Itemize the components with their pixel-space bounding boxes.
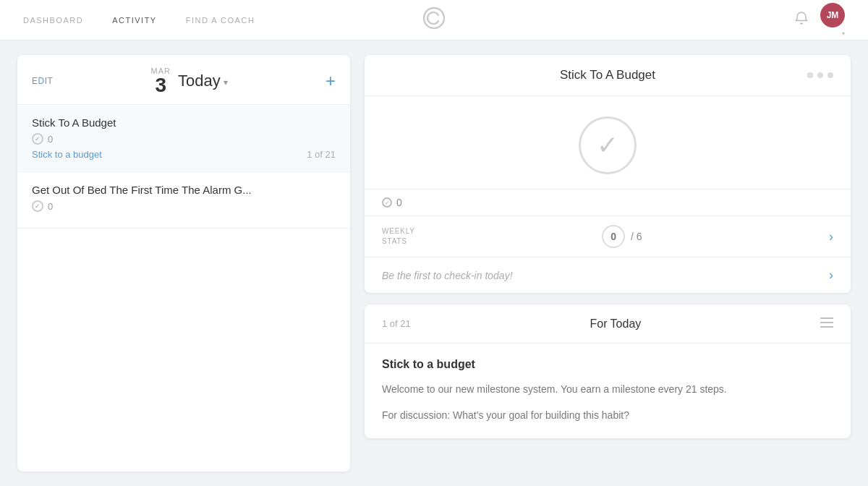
left-panel: EDIT MAR 3 Today ▾ + Stick To A Budget ✓… [17,55,350,472]
detail-menu [655,72,833,78]
today-label: Today [178,72,221,90]
big-check-button[interactable]: ✓ [579,116,637,174]
milestone-title: Stick to a budget [382,358,833,371]
main-content: EDIT MAR 3 Today ▾ + Stick To A Budget ✓… [0,40,868,486]
bottom-card: 1 of 21 For Today Stick to a budget Welc… [365,304,851,438]
user-avatar[interactable]: JM [820,3,845,27]
checkin-chevron[interactable]: › [829,268,833,283]
add-button[interactable]: + [326,72,336,90]
date-number: 3 [151,75,171,95]
weekly-stats-row: WEEKLYSTATS 0 / 6 › [365,216,851,257]
edit-button[interactable]: EDIT [32,76,53,86]
bell-icon[interactable] [794,11,809,29]
left-header: EDIT MAR 3 Today ▾ + [17,55,350,105]
checkin-row: Be the first to check-in today! › [365,257,851,293]
habit-check-icon-2: ✓ [32,200,43,212]
weekly-num-badge: 0 [602,225,625,248]
habit-count-row-2: ✓ 0 [32,200,336,212]
habit-count-row-1: ✓ 0 [32,133,336,145]
stats-count: 0 [396,197,402,208]
big-check-icon: ✓ [597,130,618,161]
nav-dashboard[interactable]: DASHBOARD [23,16,83,25]
weekly-stats-label: WEEKLYSTATS [382,226,415,247]
nav-right: JM ▾ [794,3,845,37]
habit-title-2: Get Out Of Bed The First Time The Alarm … [32,184,336,196]
nav-links: DASHBOARD ACTIVITY FIND A COACH [23,16,255,25]
small-check-icon: ✓ [382,197,392,208]
avatar-dropdown-arrow: ▾ [820,30,845,37]
today-dropdown-arrow: ▾ [224,77,228,88]
check-section: ✓ [365,96,851,189]
detail-card: Stick To A Budget ✓ ✓ 0 WEEKLY [365,55,851,293]
weekly-stats-chevron[interactable]: › [829,229,833,244]
nav-activity[interactable]: ACTIVITY [112,16,157,25]
habit-link-1[interactable]: Stick to a budget [32,149,102,160]
habit-item-1[interactable]: Stick To A Budget ✓ 0 Stick to a budget … [17,105,350,172]
right-panel: Stick To A Budget ✓ ✓ 0 WEEKLY [365,55,851,472]
habit-count-2: 0 [48,201,53,212]
menu-dot-2[interactable] [817,72,823,78]
list-icon[interactable] [820,316,833,331]
habit-check-icon-1: ✓ [32,133,43,145]
menu-dot-1[interactable] [807,72,813,78]
today-dropdown[interactable]: Today ▾ [178,72,228,90]
habit-item-2[interactable]: Get Out Of Bed The First Time The Alarm … [17,172,350,229]
for-today-label: For Today [590,317,641,331]
weekly-stats-center: 0 / 6 [602,225,642,248]
habit-link-row-1: Stick to a budget 1 of 21 [32,149,336,160]
date-block: MAR 3 [151,67,171,95]
detail-title: Stick To A Budget [560,68,655,82]
milestone-question: For discussion: What's your goal for bui… [382,407,833,423]
navbar: DASHBOARD ACTIVITY FIND A COACH JM ▾ [0,0,868,40]
habit-progress-1: 1 of 21 [307,149,336,160]
menu-dot-3[interactable] [827,72,833,78]
milestone-text: Welcome to our new milestone system. You… [382,381,833,397]
weekly-of: / 6 [631,231,642,242]
habit-count-1: 0 [48,134,53,145]
date-today: MAR 3 Today ▾ [151,67,228,95]
position-label: 1 of 21 [382,318,411,329]
bottom-content: Stick to a budget Welcome to our new mil… [365,344,851,438]
avatar-wrapper: JM ▾ [820,3,845,37]
bottom-header: 1 of 21 For Today [365,304,851,344]
nav-find-coach[interactable]: FIND A COACH [186,16,255,25]
habit-title-1: Stick To A Budget [32,116,336,129]
detail-header: Stick To A Budget [365,55,851,96]
app-logo [422,7,446,34]
count-stats-row: ✓ 0 [365,189,851,216]
stats-count-badge: ✓ 0 [382,197,402,208]
checkin-text: Be the first to check-in today! [382,270,513,281]
